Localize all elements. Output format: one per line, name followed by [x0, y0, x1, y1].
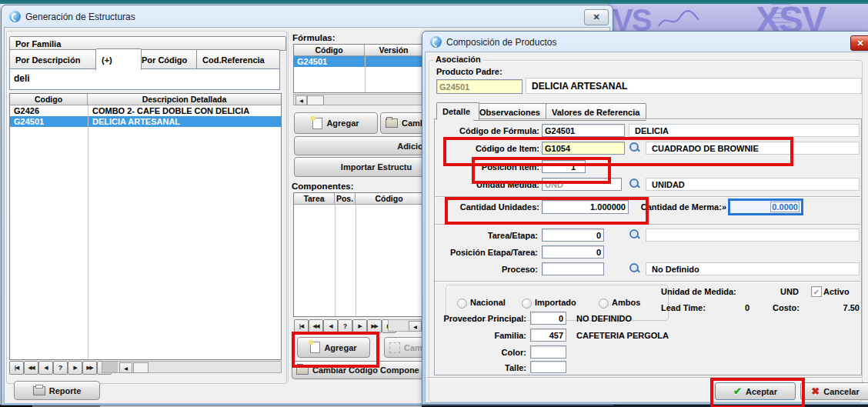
cambiar-codigo-label: Cambiar Código Compone	[312, 365, 419, 375]
nacional-radio[interactable]	[457, 299, 467, 309]
importado-radio[interactable]	[522, 299, 532, 309]
cell-codigo: G24501	[10, 117, 88, 126]
window-title: Composición de Productos	[446, 37, 556, 48]
scroll-left-icon[interactable]: ◀	[119, 362, 132, 373]
nav-prev-button[interactable]: ◀	[38, 361, 53, 375]
tab-detalle[interactable]: Detalle	[436, 102, 479, 120]
adicionar-label: Adicio	[397, 142, 423, 151]
tarea-etapa-descripcion	[646, 229, 860, 242]
codigo-item-field[interactable]	[542, 142, 625, 155]
nav-help-button[interactable]: ?	[338, 319, 352, 333]
screen: VS XSV Generación de Estructuras ✕ Por F…	[0, 0, 868, 407]
nav-next-fast-button[interactable]: ▶▶	[367, 319, 382, 333]
formulas-agregar-button[interactable]: Agregar	[294, 112, 378, 134]
proveedor-field[interactable]	[530, 312, 566, 325]
tab-por-codigo[interactable]: Por Código	[135, 49, 202, 70]
column-divider	[88, 105, 88, 359]
column-header-codigo[interactable]: Código	[356, 193, 422, 205]
app-icon	[430, 36, 442, 48]
record-navigator: |◀ ◀◀ ◀ ? ▶ ▶▶ ▶|	[9, 361, 112, 375]
column-header-pos[interactable]: Pos.	[335, 193, 356, 205]
search-box	[9, 68, 280, 90]
componentes-navigator: |◀ ◀◀ ◀ ? ▶ ▶▶ ▶|	[294, 319, 396, 333]
ambos-radio-label: Ambos	[612, 298, 640, 307]
scroll-left-icon[interactable]: ◀	[409, 321, 422, 332]
posicion-etapa-label: Posición Etapa/Tarea:	[430, 248, 538, 257]
search-lookup-icon[interactable]	[629, 229, 641, 241]
table-row-selected[interactable]: G24501 DELICIA ARTESANAL	[10, 116, 281, 127]
column-header-codigo[interactable]: Código	[294, 45, 365, 56]
column-header-tarea[interactable]: Tarea	[294, 193, 335, 205]
importar-label: Importar Estructu	[341, 162, 412, 172]
nav-first-button[interactable]: |◀	[9, 361, 24, 375]
tab-por-descripcion[interactable]: Por Descripción	[9, 49, 102, 70]
producto-padre-codigo-field[interactable]	[436, 79, 522, 94]
search-lookup-icon[interactable]	[629, 142, 641, 154]
reporte-button[interactable]: Reporte	[14, 381, 100, 400]
close-icon[interactable]: ✕	[584, 9, 609, 25]
tab-cod-referencia[interactable]: Cod.Referencia	[196, 49, 280, 70]
nav-prev-button[interactable]: ◀	[323, 319, 338, 333]
nav-prev-fast-button[interactable]: ◀◀	[309, 319, 323, 333]
familia-descripcion: CAFETERIA PERGOLA	[576, 331, 669, 340]
search-lookup-icon[interactable]	[629, 262, 641, 275]
search-lookup-icon[interactable]	[629, 178, 641, 190]
scrollbar-segment	[102, 362, 118, 372]
posicion-item-field[interactable]	[542, 160, 586, 173]
new-document-icon	[310, 342, 320, 353]
cancelar-button[interactable]: ✖ Cancelar	[800, 382, 868, 400]
unidad-medida-field[interactable]	[542, 178, 622, 191]
close-icon[interactable]: ✕	[850, 35, 868, 51]
componentes-scrollbar[interactable]: ◀	[388, 319, 423, 332]
results-table: Codigo Descripcion Detallada G2426 COMBO…	[9, 93, 282, 360]
scrollbar-thumb[interactable]	[133, 362, 149, 373]
tarea-etapa-field[interactable]	[542, 229, 604, 242]
horizontal-scrollbar[interactable]: ◀	[102, 361, 282, 373]
formulas-row-selected[interactable]: G24501	[294, 56, 422, 67]
nav-help-button[interactable]: ?	[53, 361, 68, 375]
divider	[435, 196, 860, 198]
nav-next-button[interactable]: ▶	[352, 319, 367, 333]
activo-checkbox[interactable]: ✓	[811, 286, 822, 297]
search-input[interactable]	[12, 71, 276, 86]
familia-label: Familia:	[430, 331, 526, 340]
printer-icon	[33, 386, 45, 395]
codigo-formula-label: Código de Fórmula:	[438, 126, 539, 135]
lead-time-label: Lead Time:	[661, 303, 706, 312]
check-icon: ✔	[733, 385, 742, 397]
cantidad-merma-field[interactable]: 0.0000	[728, 198, 803, 215]
column-header-descripcion[interactable]: Descripcion Detallada	[88, 94, 281, 105]
folder-icon	[386, 118, 398, 128]
table-row[interactable]: G2426 COMBO 2- CAFE DOBLE CON DELICIA	[10, 105, 281, 116]
panel-divider	[288, 31, 289, 382]
posicion-etapa-field[interactable]	[542, 245, 604, 259]
nav-first-button[interactable]: |◀	[294, 319, 309, 333]
producto-padre-label: Producto Padre:	[436, 67, 502, 76]
familia-field[interactable]	[530, 329, 566, 342]
color-field[interactable]	[530, 345, 566, 359]
componentes-section-label: Componentes:	[292, 182, 354, 191]
window-title: Generación de Estructuras	[25, 12, 135, 22]
color-label: Color:	[430, 348, 526, 357]
proceso-field[interactable]	[542, 262, 604, 275]
formulas-section-label: Fórmulas:	[292, 33, 336, 42]
tab-plus[interactable]: (+)	[95, 48, 142, 70]
ambos-radio[interactable]	[599, 299, 609, 309]
nav-next-fast-button[interactable]: ▶▶	[82, 361, 97, 375]
nav-prev-fast-button[interactable]: ◀◀	[24, 361, 38, 375]
agregar-label: Agregar	[326, 118, 359, 128]
cantidad-unidades-field[interactable]	[542, 200, 629, 214]
cell-descripcion: COMBO 2- CAFE DOBLE CON DELICIA	[88, 106, 281, 115]
aceptar-button[interactable]: ✔ Aceptar	[715, 382, 796, 400]
column-header-version[interactable]: Versión	[365, 45, 422, 56]
column-header-codigo[interactable]: Codigo	[10, 94, 88, 105]
aceptar-label: Aceptar	[746, 387, 777, 396]
codigo-formula-field[interactable]	[542, 124, 625, 137]
componentes-agregar-button[interactable]: Agregar	[297, 337, 370, 358]
scroll-left-icon[interactable]: ◀	[295, 95, 307, 105]
nav-next-button[interactable]: ▶	[68, 361, 82, 375]
formulas-scrollbar[interactable]: ◀	[293, 94, 423, 105]
tarea-etapa-label: Tarea/Etapa:	[430, 231, 538, 240]
talle-field[interactable]	[530, 361, 566, 373]
scrollbar-thumb[interactable]	[307, 95, 324, 105]
